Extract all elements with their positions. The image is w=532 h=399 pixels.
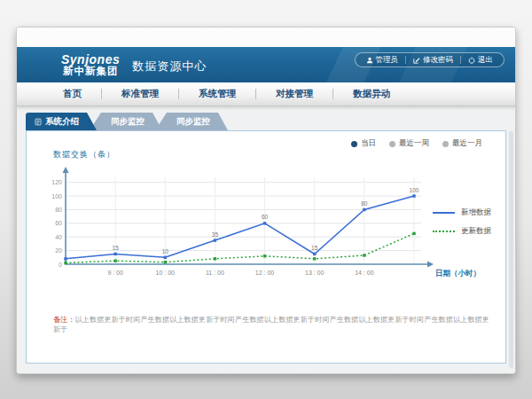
- svg-text:9 : 00: 9 : 00: [107, 270, 123, 276]
- svg-text:日期（小时）: 日期（小时）: [435, 269, 481, 278]
- svg-text:20: 20: [55, 247, 62, 254]
- edit-icon: [413, 57, 420, 64]
- chart-tick-labels: 0204060801001209 : 0010 : 0011 : 0012 : …: [51, 179, 481, 278]
- legend-item-update-data[interactable]: 更新数据: [433, 226, 491, 237]
- chart-container: 0204060801001209 : 0010 : 0011 : 0012 : …: [39, 165, 482, 293]
- vertical-scrollbar[interactable]: [509, 131, 513, 368]
- logout-button[interactable]: 退出: [461, 55, 500, 66]
- data-point: [313, 253, 316, 255]
- svg-text:11 : 00: 11 : 00: [206, 270, 224, 276]
- tab-label: 系统介绍: [45, 116, 79, 128]
- data-point: [214, 239, 216, 241]
- user-button-label: 管理员: [376, 55, 399, 66]
- svg-text:0: 0: [59, 262, 62, 268]
- line-chart: 0204060801001209 : 0010 : 0011 : 0012 : …: [39, 165, 482, 289]
- data-point: [164, 256, 167, 259]
- data-point: [412, 194, 415, 197]
- data-point: [214, 257, 216, 260]
- chart-axes: [63, 167, 434, 268]
- document-icon: [35, 118, 42, 126]
- svg-text:15: 15: [311, 245, 318, 251]
- tab-sync-monitor-2[interactable]: 同步监控: [155, 113, 228, 130]
- tab-sync-monitor-1[interactable]: 同步监控: [90, 113, 162, 130]
- user-icon: [366, 57, 373, 64]
- change-password-label: 修改密码: [423, 55, 453, 66]
- logout-label: 退出: [478, 55, 493, 66]
- radio-label: 当日: [361, 138, 376, 149]
- radio-label: 最近一周: [399, 138, 429, 149]
- user-toolbar: 管理员 修改密码 退出: [355, 52, 505, 67]
- svg-text:13 : 00: 13 : 00: [305, 270, 325, 276]
- data-point: [64, 257, 66, 260]
- data-point: [263, 254, 266, 257]
- tab-label: 同步监控: [111, 116, 145, 128]
- svg-text:10 : 00: 10 : 00: [156, 270, 176, 276]
- svg-text:12 : 00: 12 : 00: [255, 270, 275, 276]
- power-icon: [468, 57, 475, 64]
- legend-line-solid-icon: [433, 212, 455, 214]
- tab-label: 同步监控: [176, 116, 210, 128]
- app-window: Synjones 新中新集团 数据资源中心 管理员: [16, 27, 516, 374]
- svg-text:100: 100: [51, 193, 62, 200]
- data-point: [113, 259, 116, 262]
- nav-item-data-change[interactable]: 数据异动: [333, 88, 410, 100]
- app-header: Synjones 新中新集团 数据资源中心 管理员: [17, 47, 515, 82]
- main-nav: 首页 标准管理 系统管理 对接管理 数据异动: [17, 82, 515, 106]
- nav-item-home[interactable]: 首页: [43, 88, 101, 100]
- svg-text:15: 15: [113, 245, 120, 251]
- radio-last-week[interactable]: 最近一周: [389, 138, 429, 149]
- radio-dot-icon: [442, 141, 449, 147]
- svg-text:10: 10: [162, 248, 169, 254]
- legend-label: 更新数据: [461, 226, 491, 237]
- data-point: [164, 261, 167, 263]
- radio-today[interactable]: 当日: [351, 138, 376, 149]
- content-area: 系统介绍 同步监控 同步监控 当日 最近一周: [17, 106, 515, 374]
- svg-text:14 : 00: 14 : 00: [355, 270, 374, 276]
- radio-label: 最近一月: [452, 138, 482, 149]
- y-axis-title: 数据交换（条）: [53, 149, 115, 160]
- legend-item-new-data[interactable]: 新增数据: [433, 207, 491, 218]
- nav-item-integration[interactable]: 对接管理: [256, 88, 332, 100]
- footnote-text: 以上数据更新于时间产生数据以上数据更新于时间产生数据以上数据更新于时间产生数据以…: [53, 316, 489, 333]
- data-point: [64, 262, 66, 264]
- footnote: 备注：以上数据更新于时间产生数据以上数据更新于时间产生数据以上数据更新于时间产生…: [53, 315, 497, 334]
- brand-logo-en: Synjones: [61, 53, 120, 66]
- app-title: 数据资源中心: [132, 55, 207, 74]
- brand-logo[interactable]: Synjones 新中新集团: [61, 53, 120, 77]
- svg-text:60: 60: [55, 220, 62, 226]
- radio-dot-icon: [351, 141, 357, 147]
- radio-last-month[interactable]: 最近一月: [442, 138, 482, 149]
- tab-bar: 系统介绍 同步监控 同步监控: [26, 113, 515, 130]
- chart-legend: 新增数据 更新数据: [433, 207, 491, 237]
- data-point: [113, 253, 116, 255]
- svg-text:80: 80: [55, 207, 62, 213]
- footnote-prefix: 备注：: [53, 316, 75, 324]
- nav-item-standards[interactable]: 标准管理: [102, 88, 178, 100]
- radio-dot-icon: [389, 141, 395, 147]
- svg-text:60: 60: [262, 214, 269, 220]
- data-point: [363, 254, 365, 256]
- data-point: [412, 232, 415, 235]
- svg-text:40: 40: [55, 234, 62, 240]
- data-point: [313, 257, 316, 260]
- tab-system-intro[interactable]: 系统介绍: [26, 113, 97, 130]
- svg-text:80: 80: [361, 200, 368, 207]
- data-point: [363, 208, 365, 211]
- change-password-button[interactable]: 修改密码: [406, 55, 460, 66]
- brand-logo-cn: 新中新集团: [61, 66, 120, 76]
- svg-text:100: 100: [410, 187, 419, 193]
- window-top-strip: [17, 27, 515, 47]
- desktop-background: Synjones 新中新集团 数据资源中心 管理员: [0, 0, 532, 399]
- svg-text:120: 120: [51, 179, 62, 185]
- svg-text:35: 35: [212, 231, 219, 238]
- chart-grid: [66, 177, 421, 264]
- nav-item-system[interactable]: 系统管理: [179, 88, 255, 100]
- legend-line-dotted-icon: [433, 231, 455, 232]
- data-point: [263, 222, 266, 224]
- user-button[interactable]: 管理员: [359, 55, 406, 66]
- time-range-filter: 当日 最近一周 最近一月: [351, 138, 482, 149]
- chart-panel: 当日 最近一周 最近一月 数据交换（条） 0204060801001209 : …: [26, 130, 506, 364]
- legend-label: 新增数据: [461, 207, 491, 218]
